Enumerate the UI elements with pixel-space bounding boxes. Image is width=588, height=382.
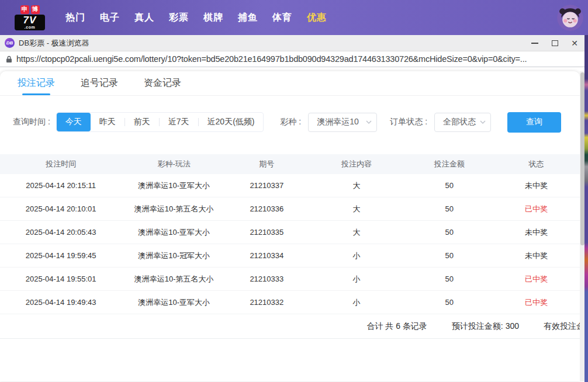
cell-period-number: 21210337 <box>226 181 307 190</box>
cell-bet-amount: 50 <box>406 181 493 190</box>
lock-icon <box>6 55 12 63</box>
nav-item-真人[interactable]: 真人 <box>134 12 154 24</box>
search-button[interactable]: 查询 <box>507 112 561 133</box>
cell-period-number: 21210334 <box>226 251 307 260</box>
nav-item-体育[interactable]: 体育 <box>272 12 292 24</box>
cell-status: 未中奖 <box>493 227 580 238</box>
nav-item-棋牌[interactable]: 棋牌 <box>203 12 223 24</box>
cell-game-play: 澳洲幸运10-冠军大小 <box>122 251 226 261</box>
summary-expected-amount: 预计投注金额: 300 <box>452 321 519 332</box>
page-content: 投注记录追号记录资金记录 查询时间 : 今天昨天前天近7天近20天(低频) 彩种… <box>0 67 584 381</box>
browser-title: DB彩票 - 极速浏览器 <box>19 38 89 48</box>
logo-badge-right: 博 <box>31 5 40 14</box>
cell-period-number: 21210336 <box>226 204 307 213</box>
browser-favicon-icon: DB <box>5 38 15 48</box>
nav-item-彩票[interactable]: 彩票 <box>169 12 189 24</box>
column-header-投注内容: 投注内容 <box>307 159 406 169</box>
screen: 申 博 7V .com 热门电子真人彩票棋牌捕鱼体育优惠 <box>0 0 588 382</box>
cell-bet-time: 2025-04-14 19:49:43 <box>0 298 122 307</box>
site-menu: 热门电子真人彩票棋牌捕鱼体育优惠 <box>65 12 327 24</box>
cell-status: 已中奖 <box>493 274 580 284</box>
nav-item-优惠[interactable]: 优惠 <box>307 12 327 24</box>
time-option-近7天[interactable]: 近7天 <box>160 113 198 131</box>
cell-bet-amount: 50 <box>406 298 493 307</box>
time-option-近20天(低频)[interactable]: 近20天(低频) <box>199 113 264 131</box>
scrollbar-thumb[interactable] <box>580 72 584 245</box>
chevron-down-icon <box>366 120 372 124</box>
table-row: 2025-04-14 20:15:11澳洲幸运10-亚军大小21210337大5… <box>0 174 580 197</box>
cell-period-number: 21210333 <box>226 275 307 283</box>
cell-bet-content: 大 <box>307 180 406 191</box>
cell-game-play: 澳洲幸运10-第五名大小 <box>122 204 226 214</box>
time-filter-label: 查询时间 : <box>13 117 50 127</box>
site-logo[interactable]: 申 博 7V .com <box>13 5 47 30</box>
time-option-前天[interactable]: 前天 <box>125 113 159 131</box>
lottery-select[interactable]: 澳洲幸运10 <box>308 113 377 132</box>
cell-period-number: 21210335 <box>226 228 307 237</box>
close-icon: ✕ <box>571 39 578 47</box>
cell-bet-content: 大 <box>307 227 406 238</box>
lottery-filter-label: 彩种 : <box>280 117 301 127</box>
column-header-彩种-玩法: 彩种-玩法 <box>122 159 226 169</box>
order-status-select[interactable]: 全部状态 <box>434 113 491 132</box>
lottery-select-value: 澳洲幸运10 <box>317 117 359 127</box>
column-header-投注金额: 投注金额 <box>406 159 493 169</box>
nav-item-电子[interactable]: 电子 <box>100 12 120 24</box>
logo-main-text: 7V <box>15 15 45 25</box>
table-row: 2025-04-14 19:49:43澳洲幸运10-亚军大小21210332小5… <box>0 291 580 314</box>
cell-status: 已中奖 <box>493 204 580 214</box>
table-row: 2025-04-14 20:05:43澳洲幸运10-亚军大小21210335大5… <box>0 221 580 244</box>
browser-urlbar[interactable]: https://ctopcp02pcali.uengi5e.com/lotter… <box>0 51 584 67</box>
logo-badges: 申 博 <box>20 5 40 14</box>
logo-sub-text: .com <box>15 25 45 29</box>
user-avatar[interactable] <box>557 5 583 31</box>
tab-追号记录[interactable]: 追号记录 <box>81 71 118 95</box>
browser-titlebar: DB DB彩票 - 极速浏览器 ✕ <box>0 35 584 51</box>
tab-资金记录[interactable]: 资金记录 <box>144 71 181 95</box>
close-button[interactable]: ✕ <box>565 35 584 51</box>
cell-bet-content: 大 <box>307 204 406 214</box>
cell-bet-time: 2025-04-14 19:59:45 <box>0 251 122 260</box>
time-option-昨天[interactable]: 昨天 <box>91 113 124 131</box>
table-row: 2025-04-14 19:59:45澳洲幸运10-冠军大小21210334小5… <box>0 244 580 268</box>
cell-bet-time: 2025-04-14 20:15:11 <box>0 181 122 190</box>
cell-bet-amount: 50 <box>406 228 493 237</box>
summary-valid-amount: 有效投注金额 <box>544 321 580 332</box>
column-header-投注时间: 投注时间 <box>0 159 122 169</box>
minimize-button[interactable] <box>525 35 545 51</box>
time-option-今天[interactable]: 今天 <box>57 113 91 131</box>
nav-item-热门[interactable]: 热门 <box>65 12 85 24</box>
time-range-group: 今天昨天前天近7天近20天(低频) <box>56 112 264 132</box>
filter-bar: 查询时间 : 今天昨天前天近7天近20天(低频) 彩种 : 澳洲幸运10 订单状… <box>0 112 580 132</box>
url-text[interactable]: https://ctopcp02pcali.uengi5e.com/lotter… <box>16 54 577 64</box>
cell-bet-content: 小 <box>307 251 406 261</box>
cell-bet-amount: 50 <box>406 204 493 213</box>
cell-bet-amount: 50 <box>406 251 493 260</box>
cell-period-number: 21210332 <box>226 298 307 307</box>
summary-bar: 合计 共 6 条记录 预计投注金额: 300 有效投注金额 <box>0 314 580 339</box>
cell-status: 已中奖 <box>493 297 580 308</box>
nav-item-捕鱼[interactable]: 捕鱼 <box>238 12 258 24</box>
tab-投注记录[interactable]: 投注记录 <box>18 71 55 95</box>
logo-badge-left: 申 <box>20 5 29 14</box>
table-row: 2025-04-14 20:10:01澳洲幸运10-第五名大小21210336大… <box>0 197 580 221</box>
maximize-button[interactable] <box>545 35 565 51</box>
order-status-select-value: 全部状态 <box>443 117 476 127</box>
record-tabs: 投注记录追号记录资金记录 <box>0 71 580 96</box>
table-body: 2025-04-14 20:15:11澳洲幸运10-亚军大小21210337大5… <box>0 174 580 314</box>
background-page-edge <box>584 35 588 382</box>
cell-game-play: 澳洲幸运10-亚军大小 <box>122 180 226 191</box>
chevron-down-icon <box>480 120 486 124</box>
browser-window: DB DB彩票 - 极速浏览器 ✕ https://ctopcp02pcali.… <box>0 35 584 382</box>
cell-bet-time: 2025-04-14 20:05:43 <box>0 228 122 237</box>
table-row: 2025-04-14 19:55:01澳洲幸运10-第五名大小21210333小… <box>0 268 580 291</box>
scrollbar[interactable] <box>580 71 584 381</box>
cell-bet-amount: 50 <box>406 275 493 283</box>
cell-bet-content: 小 <box>307 297 406 308</box>
window-controls: ✕ <box>525 35 584 51</box>
column-header-状态: 状态 <box>493 159 580 169</box>
cell-bet-time: 2025-04-14 20:10:01 <box>0 204 122 213</box>
cell-game-play: 澳洲幸运10-第五名大小 <box>122 274 226 284</box>
table-header: 投注时间彩种-玩法期号投注内容投注金额状态 <box>0 154 580 174</box>
cell-bet-content: 小 <box>307 274 406 284</box>
